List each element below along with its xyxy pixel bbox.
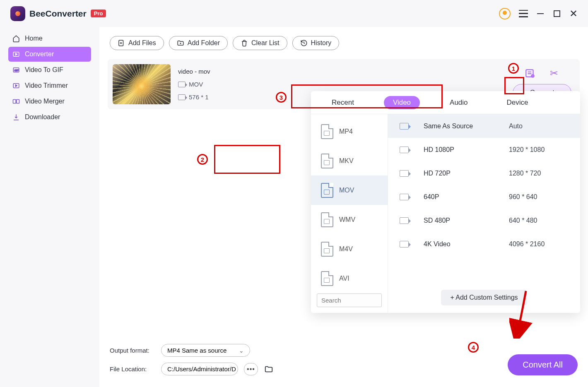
tab-recent[interactable]: Recent [323, 96, 363, 109]
titlebar: BeeConverter Pro ✕ [0, 0, 588, 27]
sidebar-item-label: Converter [25, 50, 54, 58]
add-custom-settings-button[interactable]: + Add Custom Settings [441, 290, 527, 305]
clear-list-button[interactable]: Clear List [233, 36, 287, 50]
button-label: Add Folder [188, 39, 220, 47]
sidebar-item-home[interactable]: Home [8, 31, 91, 46]
file-format-icon [321, 271, 333, 286]
file-format-icon [321, 183, 333, 198]
app-name: BeeConverter [29, 9, 87, 19]
sidebar-item-converter[interactable]: Converter [8, 47, 91, 62]
user-account-icon[interactable] [499, 8, 511, 19]
file-location-more-button[interactable]: ••• [244, 363, 258, 375]
maximize-button[interactable] [553, 10, 561, 18]
tab-device[interactable]: Device [498, 96, 537, 109]
video-res-icon [400, 147, 409, 153]
file-location-label: File Location: [110, 365, 155, 373]
format-popover: Recent Video Audio Device MP4 MKV MOV WM… [311, 91, 580, 313]
pro-badge: Pro [91, 10, 106, 17]
video-res-icon [400, 194, 409, 200]
file-format-icon [321, 242, 333, 257]
add-folder-button[interactable]: Add Folder [169, 36, 228, 50]
bottom-bar: Output format: MP4 Same as source File L… [110, 344, 578, 375]
resolution-same-as-source[interactable]: Same As SourceAuto [388, 114, 580, 138]
sidebar-item-video-to-gif[interactable]: GIF Video To GIF [8, 62, 91, 77]
download-icon [12, 113, 20, 121]
video-res-icon [400, 170, 409, 177]
file-format-icon [321, 212, 333, 227]
file-name: video - mov [178, 68, 210, 75]
sidebar: Home Converter GIF Video To GIF Video Tr… [0, 27, 99, 387]
video-res-icon [400, 123, 409, 130]
history-icon [300, 39, 308, 47]
format-avi[interactable]: AVI [311, 264, 388, 293]
button-label: History [311, 39, 332, 47]
resolution-list: Same As SourceAuto HD 1080P1920 * 1080 H… [388, 114, 580, 313]
resolution-640p[interactable]: 640P960 * 640 [388, 185, 580, 209]
resolution-1080p[interactable]: HD 1080P1920 * 1080 [388, 138, 580, 161]
converter-icon [12, 50, 20, 58]
hamburger-menu-icon[interactable] [519, 10, 528, 17]
svg-rect-5 [17, 100, 19, 103]
sidebar-item-label: Home [25, 35, 43, 42]
open-folder-button[interactable] [264, 364, 274, 374]
svg-rect-4 [13, 100, 16, 103]
tab-audio[interactable]: Audio [441, 96, 477, 109]
format-list: MP4 MKV MOV WMV M4V AVI [311, 114, 388, 313]
sidebar-item-video-merger[interactable]: Video Merger [8, 94, 91, 109]
file-format-meta: MOV [178, 81, 210, 88]
button-label: Add Files [128, 39, 156, 47]
toolbar: Add Files Add Folder Clear List History [99, 27, 588, 59]
minimize-button[interactable] [536, 10, 545, 18]
file-location-input[interactable]: C:/Users/Administrator/D [161, 363, 238, 375]
sidebar-item-label: Video Merger [25, 98, 65, 105]
button-label: Clear List [251, 39, 280, 47]
file-format-icon [321, 154, 333, 168]
add-files-button[interactable]: Add Files [110, 36, 164, 50]
video-res-icon [400, 241, 409, 248]
file-format-icon [321, 124, 333, 139]
video-file-icon [178, 94, 186, 100]
video-file-icon [178, 82, 186, 87]
trim-button[interactable]: ✂ [548, 67, 560, 79]
video-thumbnail[interactable] [113, 64, 171, 104]
sidebar-item-label: Downloader [25, 113, 60, 121]
app-logo [10, 6, 25, 21]
format-mkv[interactable]: MKV [311, 146, 388, 175]
file-dims-meta: 576 * 1 [178, 94, 210, 101]
output-format-label: Output format: [110, 347, 155, 354]
trash-icon [241, 39, 248, 47]
svg-text:GIF: GIF [14, 69, 19, 72]
tab-video[interactable]: Video [384, 96, 420, 109]
video-res-icon [400, 217, 409, 224]
format-mov[interactable]: MOV [311, 175, 388, 205]
format-search-input[interactable] [317, 293, 382, 307]
folder-icon [264, 365, 273, 374]
output-settings-button[interactable] [524, 67, 536, 79]
trimmer-icon [12, 82, 20, 89]
history-button[interactable]: History [292, 36, 340, 50]
sidebar-item-label: Video To GIF [25, 66, 63, 74]
convert-all-button[interactable]: Convert All [508, 354, 578, 375]
sidebar-item-video-trimmer[interactable]: Video Trimmer [8, 78, 91, 93]
merger-icon [12, 98, 20, 105]
format-m4v[interactable]: M4V [311, 234, 388, 264]
format-mp4[interactable]: MP4 [311, 117, 388, 146]
add-file-icon [118, 39, 125, 47]
resolution-4k[interactable]: 4K Video4096 * 2160 [388, 232, 580, 256]
main-panel: Add Files Add Folder Clear List History … [99, 27, 588, 387]
resolution-480p[interactable]: SD 480P640 * 480 [388, 209, 580, 232]
resolution-720p[interactable]: HD 720P1280 * 720 [388, 161, 580, 185]
settings-list-icon [525, 68, 535, 79]
sidebar-item-label: Video Trimmer [25, 82, 68, 89]
output-format-select[interactable]: MP4 Same as source [161, 344, 250, 357]
sidebar-item-downloader[interactable]: Downloader [8, 110, 91, 125]
close-window-button[interactable]: ✕ [569, 10, 578, 18]
format-wmv[interactable]: WMV [311, 205, 388, 234]
add-folder-icon [177, 39, 184, 47]
gif-icon: GIF [12, 66, 20, 74]
home-icon [12, 35, 20, 42]
